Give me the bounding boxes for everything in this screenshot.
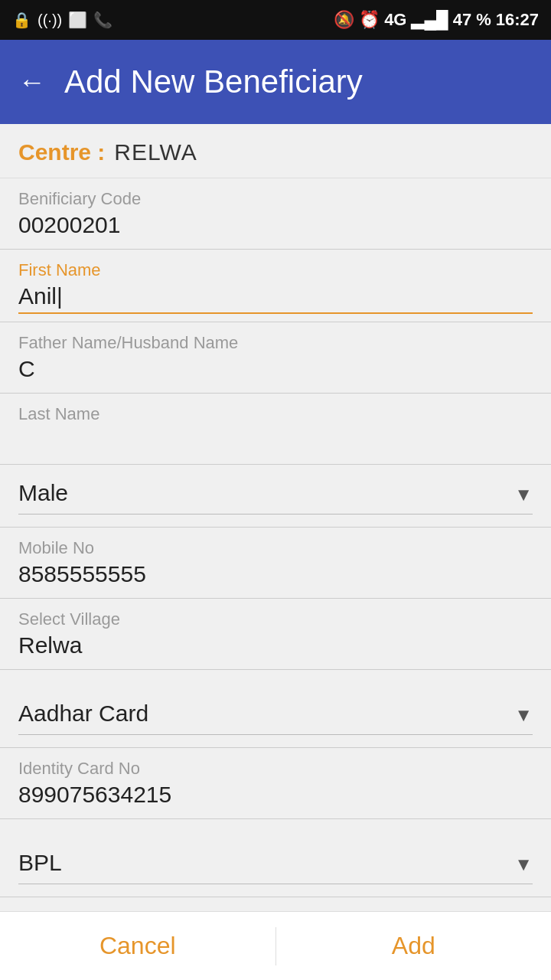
screen-icon: ⬜: [68, 11, 87, 29]
network-icon: 4G: [384, 10, 406, 30]
father-husband-name-input[interactable]: C: [18, 356, 533, 385]
app-bar: ← Add New Beneficiary: [0, 40, 551, 124]
id-type-dropdown-arrow: ▼: [514, 704, 533, 726]
gender-dropdown[interactable]: Male ▼: [18, 480, 533, 514]
bpl-type-value: BPL: [18, 850, 514, 879]
time-display: 16:27: [496, 10, 539, 30]
id-type-value: Aadhar Card: [18, 701, 514, 730]
status-bar: 🔒 ((·)) ⬜ 📞 🔕 ⏰ 4G ▂▄█ 47% 16:27: [0, 0, 551, 40]
gender-field: Male ▼: [0, 465, 551, 528]
last-name-label: Last Name: [18, 404, 533, 424]
call-icon: 📞: [93, 11, 112, 29]
beneficiary-code-field: Benificiary Code 00200201: [0, 178, 551, 250]
battery-value: 47: [453, 10, 471, 30]
mute-icon: 🔕: [334, 10, 354, 30]
back-button[interactable]: ←: [18, 66, 46, 98]
bpl-type-dropdown[interactable]: BPL ▼: [18, 850, 533, 884]
first-name-input[interactable]: Anil: [18, 283, 533, 314]
select-village-field: Select Village Relwa: [0, 599, 551, 670]
bpl-type-dropdown-arrow: ▼: [514, 854, 533, 875]
id-type-field: Aadhar Card ▼: [0, 685, 551, 748]
lock-icon: 🔒: [12, 11, 31, 29]
last-name-field: Last Name: [0, 394, 551, 465]
gender-dropdown-arrow: ▼: [514, 484, 533, 505]
first-name-label: First Name: [18, 260, 533, 280]
page-title: Add New Beneficiary: [64, 64, 363, 100]
form-content: Centre : RELWA Benificiary Code 00200201…: [0, 124, 551, 980]
identity-card-no-label: Identity Card No: [18, 759, 533, 779]
bottom-bar: Cancel Add: [0, 911, 551, 980]
bpl-type-field: BPL ▼: [0, 835, 551, 897]
mobile-no-input[interactable]: 8585555555: [18, 561, 533, 590]
beneficiary-code-label: Benificiary Code: [18, 189, 533, 209]
centre-value: RELWA: [114, 139, 197, 165]
mobile-no-field: Mobile No 8585555555: [0, 528, 551, 599]
gender-value: Male: [18, 480, 514, 509]
centre-label: Centre :: [18, 139, 105, 165]
identity-card-no-input[interactable]: 899075634215: [18, 782, 533, 811]
status-left: 🔒 ((·)) ⬜ 📞: [12, 11, 112, 29]
identity-card-no-field: Identity Card No 899075634215: [0, 748, 551, 819]
status-right: 🔕 ⏰ 4G ▂▄█ 47% 16:27: [334, 10, 539, 30]
signal-icon: ((·)): [37, 11, 62, 29]
alarm-icon: ⏰: [359, 10, 380, 30]
select-village-value[interactable]: Relwa: [18, 632, 533, 662]
first-name-field: First Name Anil: [0, 250, 551, 322]
id-type-dropdown[interactable]: Aadhar Card ▼: [18, 701, 533, 735]
father-husband-name-field: Father Name/Husband Name C: [0, 322, 551, 394]
select-village-label: Select Village: [18, 609, 533, 629]
add-button[interactable]: Add: [276, 912, 552, 980]
centre-row: Centre : RELWA: [0, 124, 551, 178]
beneficiary-code-value[interactable]: 00200201: [18, 212, 533, 241]
cancel-button[interactable]: Cancel: [0, 912, 276, 980]
wifi-signal-icon: ▂▄█: [411, 10, 448, 30]
mobile-no-label: Mobile No: [18, 538, 533, 558]
last-name-input[interactable]: [18, 427, 533, 456]
father-husband-name-label: Father Name/Husband Name: [18, 333, 533, 353]
